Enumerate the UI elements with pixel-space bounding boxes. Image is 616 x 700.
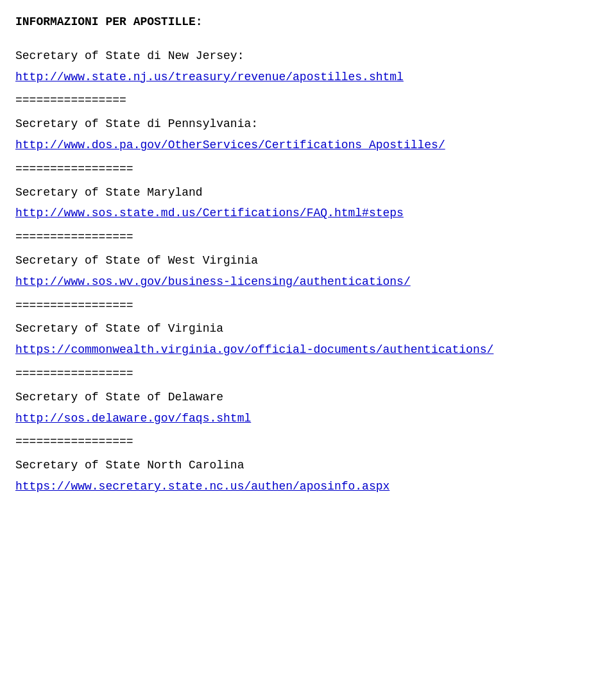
- section-link-2[interactable]: http://www.sos.state.md.us/Certification…: [15, 204, 601, 223]
- section-title-6: Secretary of State North Carolina: [15, 456, 601, 475]
- section-4: Secretary of State of Virginiahttps://co…: [15, 320, 601, 382]
- section-title-3: Secretary of State of West Virginia: [15, 252, 601, 270]
- divider-3: =================: [15, 296, 601, 315]
- section-3: Secretary of State of West Virginiahttp:…: [15, 252, 601, 314]
- section-title-1: Secretary of State di Pennsylvania:: [15, 115, 601, 133]
- sections-container: Secretary of State di New Jersey:http://…: [15, 47, 601, 496]
- divider-2: =================: [15, 228, 601, 246]
- section-link-6[interactable]: https://www.secretary.state.nc.us/authen…: [15, 477, 601, 496]
- page-heading: INFORMAZIONI PER APOSTILLE:: [15, 13, 601, 31]
- section-title-2: Secretary of State Maryland: [15, 184, 601, 202]
- section-link-5[interactable]: http://sos.delaware.gov/faqs.shtml: [15, 409, 601, 428]
- section-link-3[interactable]: http://www.sos.wv.gov/business-licensing…: [15, 273, 601, 291]
- divider-5: =================: [15, 432, 601, 451]
- section-link-4[interactable]: https://commonwealth.virginia.gov/offici…: [15, 341, 601, 359]
- divider-1: =================: [15, 160, 601, 178]
- section-0: Secretary of State di New Jersey:http://…: [15, 47, 601, 110]
- section-link-1[interactable]: http://www.dos.pa.gov/OtherServices/Cert…: [15, 136, 601, 155]
- section-title-4: Secretary of State of Virginia: [15, 320, 601, 338]
- main-content: INFORMAZIONI PER APOSTILLE: Secretary of…: [15, 13, 601, 496]
- section-5: Secretary of State of Delawarehttp://sos…: [15, 388, 601, 451]
- section-6: Secretary of State North Carolinahttps:/…: [15, 456, 601, 496]
- divider-0: ================: [15, 91, 601, 110]
- section-link-0[interactable]: http://www.state.nj.us/treasury/revenue/…: [15, 68, 601, 87]
- divider-4: =================: [15, 364, 601, 383]
- section-1: Secretary of State di Pennsylvania:http:…: [15, 115, 601, 178]
- section-2: Secretary of State Marylandhttp://www.so…: [15, 184, 601, 246]
- section-title-0: Secretary of State di New Jersey:: [15, 47, 601, 65]
- section-title-5: Secretary of State of Delaware: [15, 388, 601, 407]
